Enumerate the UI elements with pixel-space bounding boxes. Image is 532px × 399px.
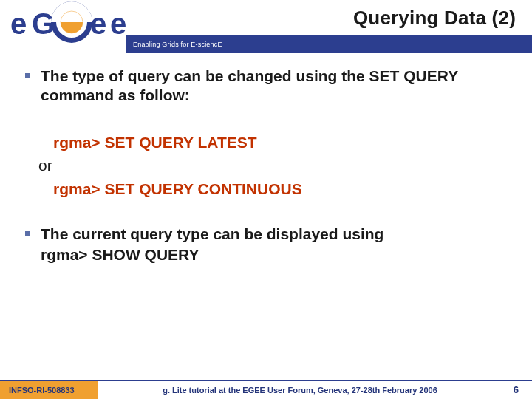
bullet-1: The type of query can be changed using t… <box>25 66 511 106</box>
cmd-show: rgma> SHOW QUERY <box>41 244 383 265</box>
svg-text:e: e <box>110 7 126 40</box>
footer-center: g. Lite tutorial at the EGEE User Forum,… <box>98 386 502 395</box>
slide-content: The type of query can be changed using t… <box>0 53 532 265</box>
svg-text:e: e <box>90 7 106 40</box>
bullet-2: The current query type can be displayed … <box>25 225 511 266</box>
cmd-continuous: rgma> SET QUERY CONTINUOUS <box>53 177 511 201</box>
tagline-bar: Enabling Grids for E-sciencE <box>126 35 532 53</box>
slide-footer: INFSO-RI-508833 g. Lite tutorial at the … <box>0 380 532 399</box>
slide-header: e G e e Querying Data (2) Enabling Grids… <box>0 0 532 53</box>
tagline-text: Enabling Grids for E-sciencE <box>133 41 222 48</box>
slide-title: Querying Data (2) <box>353 7 516 30</box>
or-text: or <box>38 157 511 174</box>
cmd-latest: rgma> SET QUERY LATEST <box>53 131 511 154</box>
page-number: 6 <box>502 384 532 395</box>
svg-text:e: e <box>10 7 27 40</box>
bullet-1-text: The type of query can be changed using t… <box>41 66 511 106</box>
footer-id: INFSO-RI-508833 <box>0 381 98 399</box>
svg-text:G: G <box>32 7 55 40</box>
bullet-2-text: The current query type can be displayed … <box>41 225 383 244</box>
command-block: rgma> SET QUERY LATEST or rgma> SET QUER… <box>38 131 511 201</box>
title-bar: Querying Data (2) <box>126 0 532 35</box>
bullet-dot <box>25 231 30 236</box>
egee-logo: e G e e <box>0 0 126 53</box>
bullet-dot <box>25 73 30 78</box>
